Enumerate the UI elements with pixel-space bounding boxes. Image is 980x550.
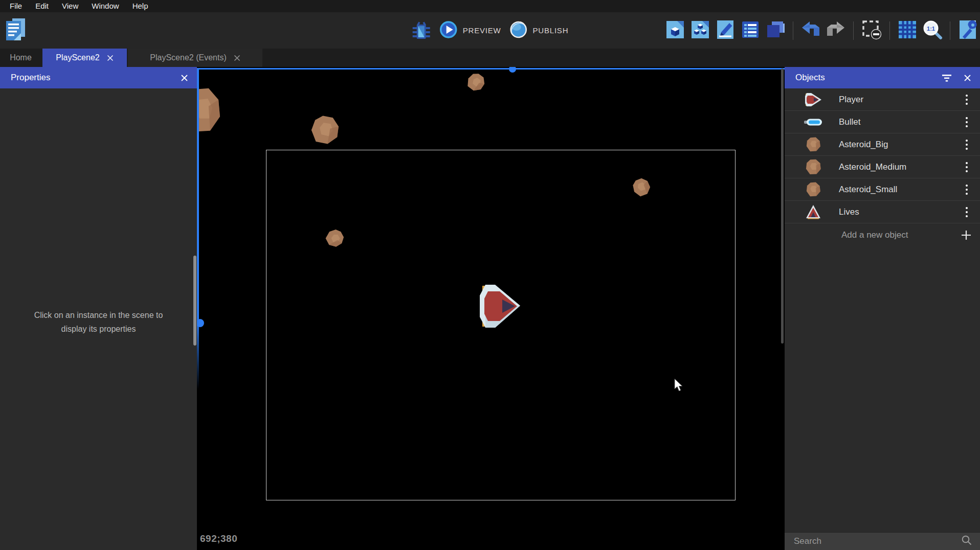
objects-panel-title: Objects [795, 73, 930, 83]
main-toolbar: PREVIEW PUBLISH [0, 12, 980, 49]
tab-bar: Home PlayScene2 PlayScene2 (Events) [0, 49, 980, 67]
tab-playscene2-events-label: PlayScene2 (Events) [150, 53, 226, 62]
tab-home[interactable]: Home [0, 49, 41, 67]
object-row-bullet[interactable]: Bullet [785, 111, 980, 133]
bullet-icon [804, 119, 822, 126]
page-wrench-icon [957, 19, 978, 42]
object-menu-kebab-icon[interactable] [963, 160, 971, 174]
cursor-coordinates: 692;380 [200, 533, 237, 544]
object-page-icon [665, 19, 685, 42]
add-new-object-button[interactable]: Add a new object [785, 223, 980, 247]
asteroid-big-instance[interactable] [197, 87, 221, 134]
object-row-lives[interactable]: Lives [785, 201, 980, 223]
edit-objects-button[interactable] [665, 19, 685, 42]
selection-edge-top [197, 68, 785, 70]
zoom-1-1-icon: 1:1 [922, 19, 943, 42]
tab-playscene2-close-icon[interactable] [107, 55, 114, 61]
object-row-asteroid-big[interactable]: Asteroid_Big [785, 133, 980, 156]
mouse-cursor [674, 378, 683, 392]
menu-help[interactable]: Help [126, 0, 155, 12]
toggle-grid-button[interactable] [897, 19, 918, 42]
object-label: Player [839, 95, 963, 105]
canvas-scrollbar[interactable] [781, 68, 784, 343]
object-menu-kebab-icon[interactable] [963, 138, 971, 152]
objects-close-icon[interactable] [964, 74, 971, 82]
toolbar-separator [793, 21, 793, 40]
player-ship-icon [804, 93, 822, 107]
preview-label: PREVIEW [463, 26, 501, 35]
objects-list: Player Bullet [785, 88, 980, 247]
object-label: Asteroid_Medium [839, 162, 963, 172]
selection-handle-top[interactable] [509, 67, 516, 73]
objects-search-input[interactable] [794, 536, 961, 546]
object-groups-icon [690, 19, 710, 42]
menu-file[interactable]: File [3, 0, 29, 12]
object-menu-kebab-icon[interactable] [963, 115, 971, 129]
plus-icon[interactable] [961, 230, 972, 241]
asteroid-small-instance[interactable] [463, 70, 489, 96]
tab-playscene2[interactable]: PlayScene2 [42, 49, 127, 67]
tab-playscene2-events[interactable]: PlayScene2 (Events) [128, 49, 262, 67]
redo-button[interactable] [826, 20, 846, 41]
redo-arrow-icon [826, 20, 846, 41]
object-label: Asteroid_Small [839, 185, 963, 195]
tab-playscene2-events-close-icon[interactable] [234, 55, 240, 61]
player-ship-instance[interactable] [479, 284, 521, 328]
debug-bug-icon [412, 19, 431, 42]
edit-layers-button[interactable] [765, 19, 786, 42]
object-label: Asteroid_Big [839, 140, 963, 150]
svg-text:1:1: 1:1 [927, 25, 935, 31]
object-row-asteroid-small[interactable]: Asteroid_Small [785, 178, 980, 201]
instances-list-icon [740, 19, 761, 42]
menu-bar: File Edit View Window Help [0, 0, 980, 12]
toolbar-separator [853, 21, 854, 40]
tab-home-label: Home [10, 53, 32, 62]
preview-play-icon [439, 20, 458, 40]
objects-panel: Objects [785, 67, 980, 550]
scene-settings-button[interactable] [957, 19, 978, 42]
menu-window[interactable]: Window [85, 0, 125, 12]
asteroid-icon [804, 137, 822, 152]
selection-handle-left[interactable] [197, 319, 204, 327]
asteroid-icon [804, 159, 822, 175]
properties-panel-header: Properties [0, 67, 197, 88]
toolbar-separator [889, 21, 890, 40]
object-menu-kebab-icon[interactable] [963, 93, 971, 107]
properties-panel-title: Properties [11, 73, 168, 83]
publish-globe-icon [509, 20, 527, 40]
publish-button[interactable]: PUBLISH [509, 20, 568, 40]
toolbar-center-group: PREVIEW PUBLISH [412, 12, 569, 49]
menu-view[interactable]: View [55, 0, 85, 12]
selection-edge-left [197, 68, 199, 389]
edit-scene-properties-button[interactable] [715, 19, 736, 42]
scene-canvas[interactable]: 692;380 [197, 67, 785, 550]
filter-icon[interactable] [942, 74, 951, 82]
object-row-player[interactable]: Player [785, 88, 980, 111]
objects-search-bar [785, 532, 980, 550]
undo-arrow-icon [800, 20, 821, 41]
debug-button[interactable] [412, 19, 431, 42]
selection-remove-icon [861, 19, 882, 42]
add-new-object-label: Add a new object [841, 230, 908, 240]
gdevelop-window: File Edit View Window Help [0, 0, 980, 550]
object-menu-kebab-icon[interactable] [963, 182, 971, 197]
properties-scrollbar[interactable] [193, 256, 196, 346]
object-row-asteroid-medium[interactable]: Asteroid_Medium [785, 156, 980, 178]
object-menu-kebab-icon[interactable] [963, 205, 971, 219]
menu-edit[interactable]: Edit [29, 0, 55, 12]
object-label: Bullet [839, 117, 963, 127]
toolbar-separator [950, 21, 950, 40]
properties-panel: Properties Click on an instance in the s… [0, 67, 197, 550]
object-label: Lives [839, 207, 963, 217]
preview-button[interactable]: PREVIEW [439, 20, 501, 40]
edit-object-groups-button[interactable] [690, 19, 710, 42]
project-manager-button[interactable] [4, 18, 28, 43]
zoom-1-1-button[interactable]: 1:1 [922, 19, 943, 42]
project-manager-icon [5, 17, 27, 44]
ship-up-icon [804, 204, 822, 220]
properties-close-icon[interactable] [181, 74, 188, 82]
open-instances-list-button[interactable] [740, 19, 761, 42]
undo-button[interactable] [800, 20, 821, 41]
clear-selection-button[interactable] [861, 19, 882, 42]
asteroid-big-instance[interactable] [307, 112, 343, 148]
